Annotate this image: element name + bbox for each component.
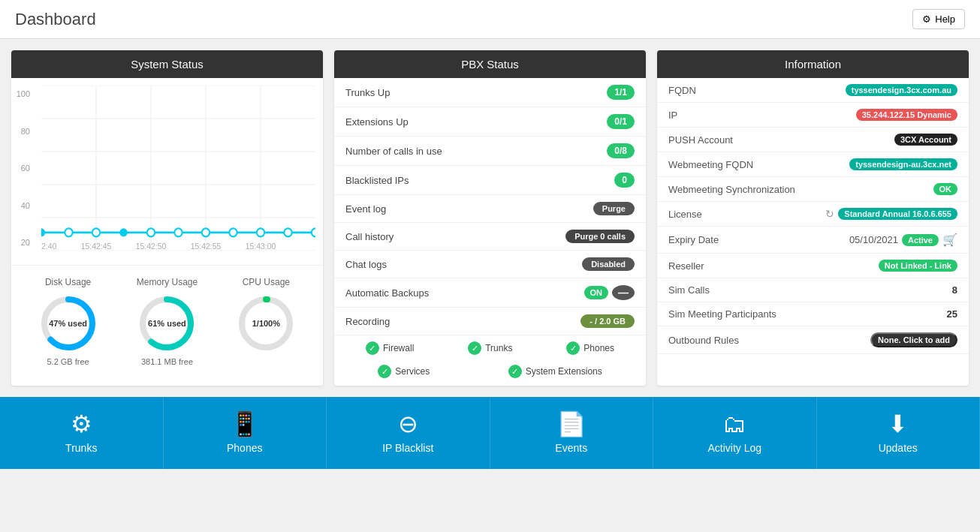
info-sim-meeting: Sim Meeting Participants 25 [657,302,969,326]
nav-trunks[interactable]: ⚙ Trunks [0,397,164,469]
pbx-row-extensions: Extensions Up 0/1 [334,107,646,137]
nav-activity-log[interactable]: 🗂 Activity Log [653,397,817,469]
info-push-account: PUSH Account 3CX Account [657,128,969,152]
info-ip: IP 35.244.122.15 Dynamic [657,103,969,128]
help-button[interactable]: ⚙ Help [912,9,965,29]
gear-icon: ⚙ [922,14,931,25]
pbx-icons-row1: ✓ Firewall ✓ Trunks ✓ Phones [334,335,646,361]
svg-point-10 [41,228,45,236]
chart-y-labels: 100 80 60 40 20 [11,86,30,251]
information-card: Information FQDN tyssendesign.3cx.com.au… [657,50,969,386]
updates-icon: ⬇ [888,412,908,436]
purge-calls-button[interactable]: Purge 0 calls [565,230,635,243]
chart-svg: 15:42:40 15:42:45 15:42:50 15:42:55 15:4… [41,86,315,251]
outbound-rules-button[interactable]: None. Click to add [870,332,957,347]
cart-icon[interactable]: 🛒 [942,233,957,247]
activitylog-icon: 🗂 [722,412,746,436]
phones-icon: 📱 [230,412,260,436]
main-grid: System Status 100 80 60 40 20 [0,39,980,397]
info-webmeeting-sync: Webmeeting Synchronization OK [657,177,969,202]
page-title: Dashboard [15,10,96,29]
header: Dashboard ⚙ Help [0,0,980,39]
pbx-row-chatlogs: Chat logs Disabled [334,251,646,278]
refresh-icon[interactable]: ↻ [825,208,834,220]
purge-button[interactable]: Purge [593,202,635,215]
status-firewall: ✓ Firewall [366,341,414,355]
pbx-status-card: PBX Status Trunks Up 1/1 Extensions Up 0… [334,50,646,386]
svg-point-14 [147,228,155,236]
info-sim-calls: Sim Calls 8 [657,278,969,302]
svg-point-11 [65,228,72,236]
nav-events[interactable]: 📄 Events [490,397,654,469]
svg-text:15:42:50: 15:42:50 [136,242,167,251]
svg-text:15:43:00: 15:43:00 [246,242,276,251]
svg-point-20 [312,228,315,236]
pbx-row-blacklisted: Blacklisted IPs 0 [334,166,646,195]
memory-circle: 61% used [137,293,197,353]
info-license: License ↻ Standard Annual 16.0.6.655 [657,202,969,227]
svg-point-17 [229,228,237,236]
svg-text:15:42:40: 15:42:40 [41,242,56,251]
info-outbound-rules: Outbound Rules None. Click to add [657,326,969,354]
chart-area: 100 80 60 40 20 [11,78,323,266]
disk-memory-cpu: Disk Usage 47% used 5.2 GB free Memory U… [11,266,323,377]
pbx-row-eventlog: Event log Purge [334,195,646,223]
bottom-nav: ⚙ Trunks 📱 Phones ⊖ IP Blacklist 📄 Event… [0,397,980,469]
pbx-icons-row2: ✓ Services ✓ System Extensions [334,361,646,386]
line-chart: 15:42:40 15:42:45 15:42:50 15:42:55 15:4… [41,86,315,251]
information-title: Information [657,50,969,78]
svg-point-13 [119,228,127,236]
info-reseller: Reseller Not Linked - Link [657,254,969,278]
svg-text:15:42:45: 15:42:45 [81,242,112,251]
disk-circle: 47% used [38,293,98,353]
status-trunks: ✓ Trunks [468,341,512,355]
svg-point-19 [284,228,291,236]
status-system-extensions: ✓ System Extensions [508,365,602,378]
svg-text:15:42:55: 15:42:55 [191,242,222,251]
status-phones: ✓ Phones [566,341,614,355]
info-webmeeting-fqdn: Webmeeting FQDN tyssendesign-au.3cx.net [657,152,969,177]
ipblacklist-icon: ⊖ [398,412,418,436]
pbx-status-title: PBX Status [334,50,646,78]
memory-usage: Memory Usage 61% used 381.1 MB free [137,277,198,366]
system-status-card: System Status 100 80 60 40 20 [11,50,323,386]
nav-updates[interactable]: ⬇ Updates [817,397,981,469]
pbx-row-autobackups: Automatic Backups ON — [334,278,646,308]
system-status-title: System Status [11,50,323,78]
disk-usage: Disk Usage 47% used 5.2 GB free [38,277,98,366]
cpu-circle: 1/100% [236,293,296,353]
pbx-row-callhistory: Call history Purge 0 calls [334,223,646,251]
svg-point-16 [202,228,210,236]
svg-point-18 [257,228,264,236]
nav-ip-blacklist[interactable]: ⊖ IP Blacklist [327,397,490,469]
cpu-usage: CPU Usage 1/100% [236,277,296,366]
nav-phones[interactable]: 📱 Phones [164,397,327,469]
pbx-row-trunks: Trunks Up 1/1 [334,78,646,107]
pbx-row-calls: Number of calls in use 0/8 [334,137,646,166]
svg-point-12 [92,228,100,236]
events-icon: 📄 [556,412,586,436]
svg-point-15 [174,228,182,236]
info-fqdn: FQDN tyssendesign.3cx.com.au [657,78,969,103]
info-expiry: Expiry Date 05/10/2021 Active 🛒 [657,227,969,254]
trunks-icon: ⚙ [71,412,92,436]
status-services: ✓ Services [378,365,430,378]
pbx-row-recording: Recording - / 2.0 GB [334,308,646,335]
